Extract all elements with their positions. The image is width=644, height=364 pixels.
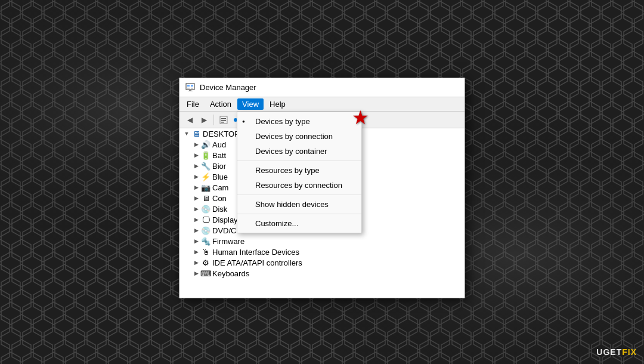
hid-icon: 🖱 [201, 247, 210, 257]
hid-label: Human Interface Devices [212, 248, 299, 257]
audio-label: Aud [212, 140, 226, 149]
bluetooth-icon: ⚡ [201, 172, 210, 181]
view-dropdown-menu: Devices by type Devices by connection De… [237, 112, 362, 233]
window-icon [185, 83, 195, 92]
camera-icon: 📷 [201, 183, 210, 192]
watermark: UGETFIX [596, 347, 637, 357]
ide-label: IDE ATA/ATAPI controllers [212, 258, 302, 267]
battery-icon: 🔋 [201, 150, 210, 160]
chevron-right-icon: ▶ [191, 215, 201, 224]
dvd-icon: 💿 [201, 226, 210, 235]
chevron-right-icon: ▶ [191, 150, 201, 160]
bluetooth-label: Blue [212, 172, 228, 181]
disk-icon: 💿 [201, 204, 210, 214]
watermark-get: GET [603, 347, 622, 357]
battery-label: Batt [212, 151, 226, 160]
ide-icon: ⚙ [201, 258, 210, 267]
svg-rect-17 [221, 122, 224, 123]
svg-rect-11 [191, 88, 193, 89]
toolbar-separator [213, 115, 214, 125]
content-area: ▼ 🖥 DESKTOP ▶ 🔊 Aud ▶ 🔋 Batt ▶ 🔧 Bior [179, 128, 465, 298]
keyboards-label: Keyboards [212, 269, 249, 278]
divider-2 [237, 195, 361, 195]
watermark-u: U [596, 347, 603, 357]
watermark-fix: FIX [622, 347, 637, 357]
firmware-icon: 🔩 [201, 236, 210, 246]
window-title: Device Manager [200, 83, 256, 92]
menu-devices-by-container[interactable]: Devices by container [237, 144, 361, 159]
svg-rect-8 [187, 85, 190, 87]
chevron-right-icon: ▶ [191, 140, 201, 149]
menu-customize[interactable]: Customize... [237, 216, 361, 231]
firmware-label: Firmware [212, 237, 244, 246]
menu-show-hidden[interactable]: Show hidden devices [237, 197, 361, 212]
divider-3 [237, 214, 361, 214]
chevron-right-icon: ▶ [191, 236, 201, 246]
keyboard-icon: ⌨ [201, 269, 210, 278]
desktop-label: DESKTOP [203, 129, 240, 138]
chevron-right-icon: ▶ [191, 183, 201, 192]
menu-bar: File Action View Help [179, 97, 465, 112]
chevron-right-icon: ▶ [191, 226, 201, 235]
computer-icon: 🖥 [191, 129, 201, 138]
chevron-right-icon: ▶ [191, 258, 201, 267]
tree-item-firmware[interactable]: ▶ 🔩 Firmware [189, 236, 465, 246]
audio-icon: 🔊 [201, 140, 210, 149]
menu-resources-by-type[interactable]: Resources by type [237, 163, 361, 178]
menu-view[interactable]: View [237, 98, 264, 110]
device-manager-window: Device Manager File Action View Help ◀ ▶… [179, 78, 465, 298]
divider-1 [237, 161, 361, 161]
chevron-right-icon: ▶ [191, 161, 201, 171]
svg-rect-9 [191, 85, 193, 87]
menu-action[interactable]: Action [205, 98, 236, 110]
back-button[interactable]: ◀ [183, 113, 196, 127]
bios-icon: 🔧 [201, 161, 210, 171]
forward-button[interactable]: ▶ [197, 113, 210, 127]
menu-devices-by-connection[interactable]: Devices by connection [237, 129, 361, 144]
camera-label: Cam [212, 183, 228, 192]
tree-item-keyboards[interactable]: ▶ ⌨ Keyboards [189, 268, 465, 279]
chevron-right-icon: ▶ [191, 247, 201, 257]
disk-label: Disk [212, 205, 227, 214]
display-icon: 🖵 [201, 215, 210, 224]
svg-rect-15 [221, 118, 226, 119]
menu-file[interactable]: File [182, 98, 204, 110]
chevron-right-icon: ▶ [191, 204, 201, 214]
chevron-right-icon: ▶ [191, 172, 201, 181]
computers-icon: 🖥 [201, 193, 210, 203]
menu-help[interactable]: Help [265, 98, 290, 110]
title-bar: Device Manager [179, 78, 465, 97]
svg-rect-13 [188, 91, 193, 91]
svg-rect-10 [187, 88, 190, 89]
svg-rect-16 [221, 120, 226, 121]
chevron-right-icon: ▶ [191, 193, 201, 203]
bios-label: Bior [212, 162, 226, 171]
chevron-down-icon: ▼ [182, 129, 191, 138]
svg-rect-12 [189, 90, 191, 91]
menu-resources-by-connection[interactable]: Resources by connection [237, 178, 361, 193]
menu-devices-by-type[interactable]: Devices by type [237, 114, 361, 129]
tree-item-ide[interactable]: ▶ ⚙ IDE ATA/ATAPI controllers [189, 257, 465, 268]
properties-button[interactable] [217, 113, 230, 127]
tree-item-hid[interactable]: ▶ 🖱 Human Interface Devices [189, 246, 465, 257]
computers-label: Con [212, 194, 227, 203]
